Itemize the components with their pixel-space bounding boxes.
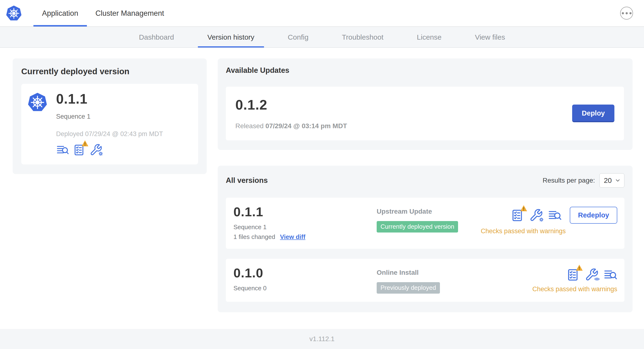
status-badge-currently-deployed: Currently deployed version	[377, 221, 458, 232]
version-row-0-1-1: 0.1.1 Sequence 1 1 files changed View di…	[226, 198, 624, 249]
view-diff-link[interactable]: View diff	[280, 233, 305, 240]
tab-version-history[interactable]: Version history	[198, 27, 264, 48]
released-date-value: 07/29/24 @ 03:14 pm MDT	[266, 122, 347, 130]
current-version-actions	[56, 144, 163, 156]
redeploy-button[interactable]: Redeploy	[570, 207, 617, 224]
files-changed-label: 1 files changed	[234, 233, 275, 240]
checks-status-text: Checks passed with warnings	[532, 286, 617, 293]
header-tabs: Application Cluster Management	[34, 0, 172, 26]
tab-view-files[interactable]: View files	[466, 27, 515, 48]
row-version-number: 0.1.0	[234, 266, 377, 280]
update-released-date: Released 07/29/24 @ 03:14 pm MDT	[235, 122, 347, 130]
current-version-sequence: Sequence 1	[56, 113, 163, 120]
view-logs-icon[interactable]	[548, 208, 562, 222]
current-version-deployed-date: Deployed 07/29/24 @ 02:43 pm MDT	[56, 130, 163, 138]
tab-config[interactable]: Config	[278, 27, 318, 48]
eye-icon	[594, 276, 600, 283]
tab-application[interactable]: Application	[34, 0, 87, 26]
version-row-0-1-0: 0.1.0 Sequence 0 Online Install Previous…	[226, 259, 624, 302]
version-source-label: Online Install	[377, 269, 532, 276]
update-version-number: 0.1.2	[235, 97, 347, 113]
chevron-down-icon	[615, 177, 621, 184]
view-config-wrench-eye-icon[interactable]	[585, 268, 599, 282]
all-versions-card: All versions Results per page: 20 0.1.1 …	[218, 166, 632, 312]
console-version: v1.112.1	[309, 335, 334, 343]
all-versions-title: All versions	[226, 176, 268, 185]
top-header: Application Cluster Management	[0, 0, 644, 27]
preflight-checks-warning-icon[interactable]	[73, 144, 86, 156]
admin-console-page: Application Cluster Management Dashboard…	[0, 0, 644, 349]
right-column: Available Updates 0.1.2 Released 07/29/2…	[218, 58, 632, 312]
currently-deployed-title: Currently deployed version	[21, 66, 198, 76]
checks-status-text: Checks passed with warnings	[481, 228, 566, 235]
row-version-number: 0.1.1	[234, 204, 377, 219]
view-logs-icon[interactable]	[56, 144, 69, 156]
footer: v1.112.1	[0, 329, 644, 349]
preflight-checks-warning-icon[interactable]	[566, 268, 580, 282]
view-logs-icon[interactable]	[604, 268, 617, 282]
row-sequence: Sequence 1	[234, 224, 377, 231]
deploy-button[interactable]: Deploy	[572, 104, 614, 122]
gear-icon	[538, 216, 545, 223]
warning-triangle-icon	[575, 264, 583, 272]
tab-cluster-management[interactable]: Cluster Management	[87, 0, 173, 26]
kubernetes-logo-icon	[6, 5, 22, 22]
results-per-page-label: Results per page:	[542, 177, 595, 184]
available-updates-card: Available Updates 0.1.2 Released 07/29/2…	[218, 58, 632, 150]
available-update-row: 0.1.2 Released 07/29/24 @ 03:14 pm MDT D…	[226, 87, 624, 140]
current-version-panel: 0.1.1 Sequence 1 Deployed 07/29/24 @ 02:…	[21, 84, 198, 164]
app-logo	[0, 0, 29, 26]
results-per-page-value: 20	[604, 176, 612, 184]
results-per-page-select[interactable]: 20	[599, 173, 624, 188]
main-content: Currently deployed version 0.1.1 Sequ	[0, 48, 644, 329]
tab-license[interactable]: License	[407, 27, 451, 48]
released-label: Released	[235, 122, 264, 130]
version-source-label: Upstream Update	[377, 208, 481, 215]
kubernetes-version-icon	[28, 92, 48, 112]
gear-icon	[97, 150, 104, 157]
current-version-number: 0.1.1	[56, 91, 163, 107]
tab-troubleshoot[interactable]: Troubleshoot	[332, 27, 393, 48]
currently-deployed-card: Currently deployed version 0.1.1 Sequ	[13, 58, 207, 174]
status-badge-previously-deployed: Previously deployed	[377, 282, 440, 294]
available-updates-title: Available Updates	[226, 66, 624, 75]
app-subnav: Dashboard Version history Config Trouble…	[0, 27, 644, 48]
edit-config-wrench-gear-icon[interactable]	[90, 144, 102, 156]
warning-triangle-icon	[81, 140, 89, 147]
preflight-checks-warning-icon[interactable]	[510, 208, 524, 222]
tab-dashboard[interactable]: Dashboard	[129, 27, 184, 48]
warning-triangle-icon	[520, 204, 528, 212]
results-per-page: Results per page: 20	[542, 173, 624, 188]
edit-config-wrench-gear-icon[interactable]	[529, 208, 543, 222]
row-sequence: Sequence 0	[234, 284, 377, 292]
ellipsis-menu-icon[interactable]	[620, 7, 633, 20]
